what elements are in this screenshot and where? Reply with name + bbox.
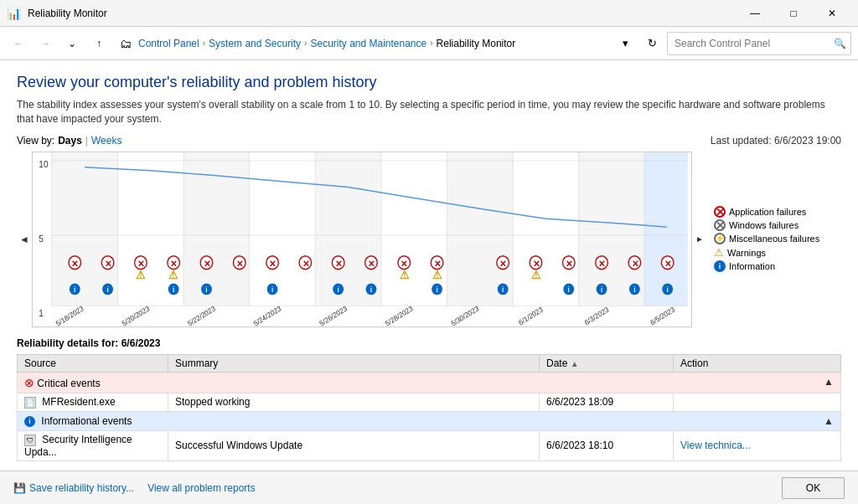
breadcrumb-security-maintenance[interactable]: Security and Maintenance [310,38,426,49]
svg-text:✕: ✕ [533,259,540,268]
last-updated-label: Last updated: 6/6/2023 19:00 [711,135,841,147]
svg-text:✕: ✕ [137,259,144,268]
search-input[interactable] [667,32,851,55]
svg-rect-6 [447,152,513,306]
view-by-label: View by: [17,135,54,147]
col-date[interactable]: Date ▲ [540,354,674,372]
chart-legend: ✕ Application failures ✕ Windows failure… [707,152,841,327]
critical-events-section-row[interactable]: ⊗ Critical events ▲ [18,372,841,393]
svg-text:6/5/2023: 6/5/2023 [649,305,676,327]
table-header-row: Source Summary Date ▲ Action [18,354,841,372]
svg-text:⚠: ⚠ [168,268,178,281]
back-button[interactable]: ← [7,32,30,55]
breadcrumb-system-security[interactable]: System and Security [209,38,301,49]
info-events-section-row[interactable]: i Informational events ▲ [18,411,841,430]
table-row: 🛡 Security Intelligence Upda... Successf… [18,430,841,460]
svg-text:10: 10 [39,159,48,168]
svg-text:✕: ✕ [105,259,111,268]
legend-warnings-label: Warnings [727,248,766,258]
table-row: 📄 MFResident.exe Stopped working 6/6/202… [18,393,841,411]
file-icon: 📄 [24,397,36,409]
source-cell: 📄 MFResident.exe [18,393,168,411]
svg-text:i: i [633,285,635,294]
legend-app-failures-label: Application failures [729,207,806,217]
legend-win-failures-label: Windows failures [729,220,799,230]
breadcrumb: 🗂 Control Panel › System and Security › … [114,32,610,55]
footer-links: 💾 Save reliability history... View all p… [13,482,256,494]
svg-text:i: i [271,285,273,294]
svg-text:✕: ✕ [335,259,342,268]
svg-text:i: i [173,285,174,294]
close-button[interactable]: ✕ [813,0,851,27]
footer: 💾 Save reliability history... View all p… [0,471,858,504]
legend-warnings: ⚠ Warnings [714,246,841,259]
svg-text:✕: ✕ [401,259,407,268]
svg-text:5/20/2023: 5/20/2023 [121,303,152,326]
details-header: Reliability details for: 6/6/2023 [17,337,841,349]
legend-information: i Information [714,260,841,272]
app-icon: 📊 [7,7,21,20]
svg-rect-8 [644,152,686,306]
svg-text:i: i [74,285,75,294]
svg-text:✕: ✕ [598,259,605,268]
svg-text:⚠: ⚠ [432,268,442,281]
reliability-chart[interactable]: 10 5 1 [32,152,692,327]
info-events-collapse-button[interactable]: ▲ [824,415,834,427]
svg-text:✕: ✕ [499,259,506,268]
sort-icon: ▲ [571,359,579,368]
action-cell[interactable]: View technica... [674,430,841,460]
svg-text:i: i [436,285,437,294]
refresh-button[interactable]: ↻ [640,32,664,55]
svg-text:i: i [370,285,372,294]
view-days-active[interactable]: Days [58,135,82,147]
svg-text:✕: ✕ [71,259,78,268]
summary-cell: Stopped working [168,393,540,411]
date-cell: 6/6/2023 18:09 [540,393,674,411]
svg-text:i: i [667,285,669,294]
info-icon: i [24,416,35,427]
svg-text:✕: ✕ [368,259,375,268]
info-events-section-cell[interactable]: i Informational events ▲ [18,411,841,430]
svg-text:i: i [338,285,339,294]
view-weeks-link[interactable]: Weeks [91,135,121,147]
view-by-row: View by: Days | Weeks Last updated: 6/6/… [17,135,841,147]
view-problem-reports-link[interactable]: View all problem reports [147,482,256,494]
svg-text:i: i [568,285,570,294]
col-summary[interactable]: Summary [168,354,540,372]
summary-cell: Successful Windows Update [168,430,540,460]
minimize-button[interactable]: — [736,0,774,27]
up-button[interactable]: ↑ [87,32,111,55]
legend-misc-failures-label: Miscellaneous failures [729,234,819,244]
title-bar: 📊 Reliability Monitor — □ ✕ [0,0,858,27]
col-source[interactable]: Source [18,354,168,372]
svg-text:✕: ✕ [664,259,671,268]
svg-rect-3 [52,152,118,306]
restore-button[interactable]: □ [774,0,813,27]
view-technical-details-link[interactable]: View technica... [680,440,751,451]
forward-button[interactable]: → [34,32,57,55]
breadcrumb-control-panel[interactable]: Control Panel [138,38,199,49]
svg-text:5/26/2023: 5/26/2023 [318,303,349,326]
save-icon: 💾 [13,482,26,494]
critical-events-label: Critical events [37,378,100,389]
main-content: Review your computer's reliability and p… [0,60,858,504]
col-action[interactable]: Action [674,354,841,372]
window-controls: — □ ✕ [736,0,851,27]
svg-text:5: 5 [39,234,44,243]
chart-right-arrow[interactable]: ► [692,152,707,327]
critical-events-section-cell[interactable]: ⊗ Critical events ▲ [18,372,841,393]
svg-text:5/30/2023: 5/30/2023 [450,303,481,326]
recent-pages-button[interactable]: ⌄ [60,32,84,55]
critical-error-icon: ⊗ [24,376,34,389]
chart-left-arrow[interactable]: ◄ [17,152,32,327]
page-title: Review your computer's reliability and p… [17,74,841,91]
save-reliability-history-link[interactable]: 💾 Save reliability history... [13,482,134,494]
svg-text:✕: ✕ [236,259,243,268]
date-cell: 6/6/2023 18:10 [540,430,674,460]
page-description: The stability index assesses your system… [17,98,841,126]
search-icon: 🔍 [834,38,846,49]
critical-events-collapse-button[interactable]: ▲ [824,376,834,388]
breadcrumb-dropdown-button[interactable]: ▾ [613,32,637,55]
svg-text:✕: ✕ [566,259,572,268]
ok-button[interactable]: OK [782,477,845,499]
